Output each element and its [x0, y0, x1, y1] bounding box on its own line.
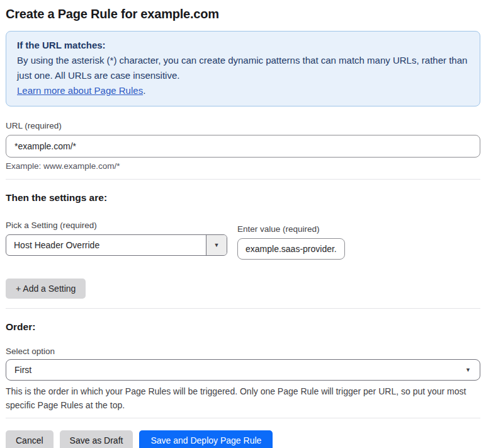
chevron-down-icon: ▼	[465, 367, 471, 373]
save-and-deploy-button[interactable]: Save and Deploy Page Rule	[139, 430, 273, 448]
setting-picker-label: Pick a Setting (required)	[6, 221, 97, 230]
setting-value-col: Enter value (required)	[237, 223, 345, 260]
divider	[6, 179, 480, 180]
save-as-draft-button[interactable]: Save as Draft	[60, 430, 133, 448]
url-label: URL (required)	[6, 121, 62, 130]
settings-section-heading: Then the settings are:	[6, 192, 480, 204]
order-select-label: Select option	[6, 347, 480, 356]
url-matches-info-box: If the URL matches: By using the asteris…	[6, 31, 480, 106]
learn-more-link[interactable]: Learn more about Page Rules	[17, 85, 143, 96]
setting-picker-selected-value: Host Header Override	[6, 235, 206, 255]
setting-value-label: Enter value (required)	[237, 224, 320, 234]
link-period: .	[143, 85, 145, 96]
order-selected-value: First	[14, 365, 31, 375]
divider	[6, 418, 480, 418]
url-input[interactable]	[6, 135, 480, 158]
info-box-heading: If the URL matches:	[17, 38, 469, 53]
divider	[6, 308, 480, 309]
chevron-down-icon: ▼	[214, 243, 220, 248]
settings-row: Pick a Setting (required) Host Header Ov…	[6, 219, 480, 260]
setting-picker-col: Pick a Setting (required) Host Header Ov…	[6, 219, 227, 260]
setting-value-input[interactable]	[237, 238, 345, 260]
info-box-body: By using the asterisk (*) character, you…	[17, 53, 469, 83]
order-select[interactable]: First ▼	[6, 359, 480, 381]
order-help-text: This is the order in which your Page Rul…	[6, 384, 475, 412]
setting-picker-arrow-button[interactable]: ▼	[206, 235, 227, 255]
form-actions: Cancel Save as Draft Save and Deploy Pag…	[6, 430, 480, 448]
page-title: Create a Page Rule for example.com	[6, 7, 480, 21]
order-section-heading: Order:	[6, 321, 480, 333]
cancel-button[interactable]: Cancel	[6, 430, 54, 448]
info-box-link-line: Learn more about Page Rules.	[17, 83, 469, 98]
url-section: URL (required) Example: www.example.com/…	[6, 120, 480, 171]
setting-picker-select[interactable]: Host Header Override ▼	[6, 234, 227, 256]
create-page-rule-form: Create a Page Rule for example.com If th…	[0, 0, 486, 448]
add-setting-button[interactable]: + Add a Setting	[6, 279, 86, 299]
url-hint: Example: www.example.com/*	[6, 161, 480, 171]
